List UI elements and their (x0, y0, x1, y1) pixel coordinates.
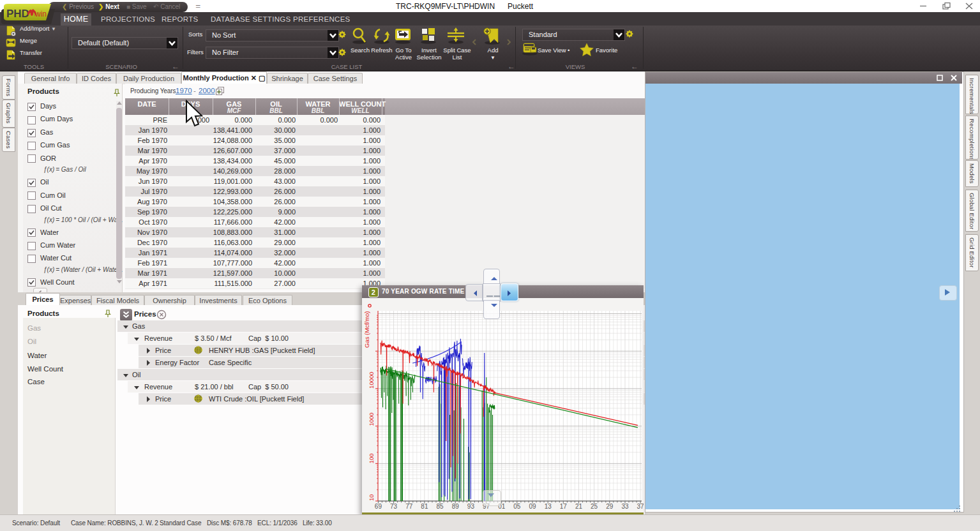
svg-text:37: 37 (637, 503, 644, 510)
svg-text:29: 29 (606, 503, 614, 510)
svg-text:win: win (34, 10, 47, 19)
svg-text:100: 100 (368, 453, 375, 463)
svg-text:25: 25 (591, 503, 598, 510)
svg-text:21: 21 (575, 503, 583, 510)
svg-text:05: 05 (513, 503, 521, 510)
svg-text:85: 85 (436, 503, 444, 510)
svg-text:17: 17 (560, 503, 568, 510)
svg-text:81: 81 (421, 503, 428, 510)
svg-text:69: 69 (375, 503, 382, 510)
svg-text:1000: 1000 (368, 412, 375, 426)
svg-text:09: 09 (529, 503, 536, 510)
svg-text:73: 73 (390, 503, 398, 510)
svg-text:33: 33 (621, 503, 629, 510)
svg-text:13: 13 (545, 503, 552, 510)
svg-text:77: 77 (405, 503, 413, 510)
svg-text:93: 93 (467, 503, 475, 510)
svg-text:10000: 10000 (368, 371, 375, 388)
svg-text:89: 89 (452, 503, 460, 510)
svg-text:Gas (Mcf/mo): Gas (Mcf/mo) (363, 311, 370, 348)
svg-text:PHD: PHD (6, 8, 29, 20)
svg-text:10: 10 (368, 494, 375, 501)
